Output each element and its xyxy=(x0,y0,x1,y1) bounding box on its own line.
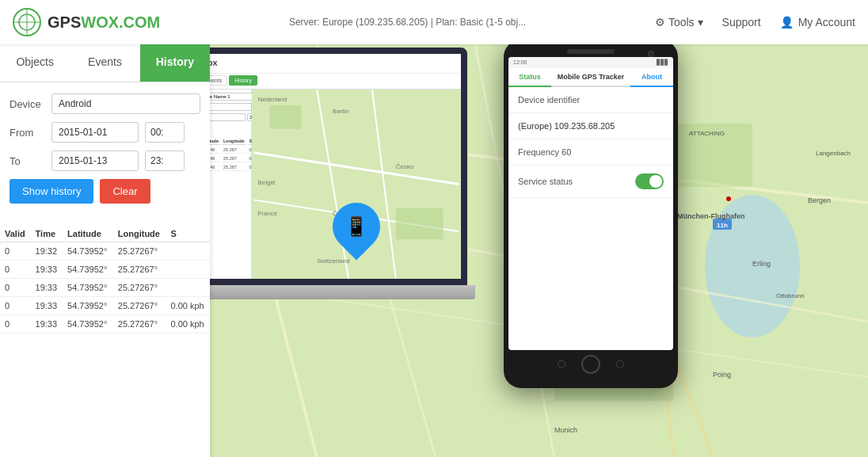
server-info: Server: Europe (109.235.68.205) | Plan: … xyxy=(160,17,655,28)
svg-text:Erling: Erling xyxy=(752,260,771,268)
tools-label: Tools xyxy=(668,16,695,29)
phone-speaker xyxy=(567,49,615,54)
table-header-row: Valid Time Latitude Longitude S xyxy=(0,226,210,242)
chevron-down-icon: ▾ xyxy=(698,16,703,29)
phone-service-toggle[interactable] xyxy=(635,173,664,189)
table-cell: 54.73952° xyxy=(63,297,113,315)
svg-text:Munich: Munich xyxy=(554,426,577,434)
account-menu[interactable]: 👤 My Account xyxy=(780,16,855,29)
phone-back-btn[interactable] xyxy=(558,360,565,368)
from-row: From xyxy=(10,122,200,143)
phone-screen: 12:00 ▊▊▊ Status Mobile GPS Tracker Abou… xyxy=(508,57,673,350)
table-cell xyxy=(166,279,210,297)
logo-icon xyxy=(13,8,41,36)
logo-text: GPSWOX.COM xyxy=(48,13,160,32)
svg-text:München-Flughafen: München-Flughafen xyxy=(677,212,745,220)
table-cell: 25.27267° xyxy=(113,279,166,297)
support-link[interactable]: Support xyxy=(722,16,761,29)
show-history-button[interactable]: Show history xyxy=(10,179,93,204)
logo-bold: WOX.COM xyxy=(81,13,160,31)
tab-objects[interactable]: Objects xyxy=(0,44,70,82)
col-time: Time xyxy=(31,226,63,242)
col-valid: Valid xyxy=(0,226,31,242)
table-row: 019:3354.73952°25.27267° xyxy=(0,261,210,279)
table-cell: 25.27267° xyxy=(113,261,166,279)
person-icon: 👤 xyxy=(780,16,794,29)
header-right: ⚙ Tools ▾ Support 👤 My Account xyxy=(655,16,855,29)
col-lat: Latitude xyxy=(63,226,113,242)
svg-text:Berlin: Berlin xyxy=(333,108,348,115)
tools-icon: ⚙ xyxy=(655,16,665,29)
history-table: Valid Time Latitude Longitude S 019:3254… xyxy=(0,226,210,333)
phone-camera xyxy=(648,51,654,57)
table-cell xyxy=(166,242,210,261)
tab-history[interactable]: History xyxy=(140,44,210,82)
table-cell: 0.00 kph xyxy=(166,315,210,333)
phone-status-bar: 12:00 ▊▊▊ xyxy=(508,57,673,68)
phone-tab-status[interactable]: Status xyxy=(508,68,551,87)
table-row: 019:3354.73952°25.27267°0.00 kph xyxy=(0,297,210,315)
phone-body: 12:00 ▊▊▊ Status Mobile GPS Tracker Abou… xyxy=(504,40,678,388)
phone-frequency-label: Frequency 60 xyxy=(518,147,571,157)
table-cell: 19:33 xyxy=(31,261,63,279)
phone-server-value: (Europe) 109.235.68.205 xyxy=(518,121,615,131)
table-cell: 19:33 xyxy=(31,279,63,297)
phone-mockup: 12:00 ▊▊▊ Status Mobile GPS Tracker Abou… xyxy=(504,40,678,388)
svg-text:België: België xyxy=(258,179,276,186)
laptop-tab-history[interactable]: History xyxy=(229,75,257,86)
table-cell: 19:33 xyxy=(31,297,63,315)
phone-home-btn[interactable] xyxy=(581,355,600,374)
svg-rect-52 xyxy=(269,105,301,129)
device-label: Device xyxy=(10,98,45,110)
table-cell: 19:32 xyxy=(31,242,63,261)
svg-text:Langenbach: Langenbach xyxy=(816,150,851,157)
svg-text:Switzerland: Switzerland xyxy=(317,257,349,265)
clear-button[interactable]: Clear xyxy=(100,179,150,204)
svg-text:France: France xyxy=(258,210,278,217)
toggle-knob xyxy=(649,175,662,188)
table-row: 019:3354.73952°25.27267°0.00 kph xyxy=(0,315,210,333)
header: GPSWOX.COM Server: Europe (109.235.68.20… xyxy=(0,0,868,44)
table-row: 019:3354.73952°25.27267° xyxy=(0,279,210,297)
table-cell: 54.73952° xyxy=(63,261,113,279)
tab-bar: Objects Events History xyxy=(0,44,210,82)
svg-text:Česko: Česko xyxy=(396,163,414,170)
tools-menu[interactable]: ⚙ Tools ▾ xyxy=(655,16,703,29)
svg-text:Poing: Poing xyxy=(713,371,731,379)
table-cell: 54.73952° xyxy=(63,279,113,297)
phone-menu-btn[interactable] xyxy=(616,360,624,368)
phone-tab-about[interactable]: About xyxy=(630,68,673,87)
phone-nav-tabs: Status Mobile GPS Tracker About xyxy=(508,68,673,87)
button-row: Show history Clear xyxy=(10,179,200,204)
tab-events[interactable]: Events xyxy=(70,44,139,82)
left-panel: Objects Events History Device From To Sh… xyxy=(0,44,210,457)
table-cell: 54.73952° xyxy=(63,242,113,261)
from-date-input[interactable] xyxy=(51,122,139,143)
phone-signal: ▊▊▊ xyxy=(657,59,668,66)
from-time-input[interactable] xyxy=(145,122,185,143)
pin-shape: 📱 xyxy=(323,193,390,261)
table-cell: 54.73952° xyxy=(63,315,113,333)
to-label: To xyxy=(10,155,45,167)
account-label: My Account xyxy=(798,16,855,29)
device-input[interactable] xyxy=(51,93,200,114)
phone-frequency-row: Frequency 60 xyxy=(508,139,673,166)
phone-service-label: Service status xyxy=(518,177,573,186)
svg-text:ATTACHING: ATTACHING xyxy=(689,130,725,137)
phone-time: 12:00 xyxy=(513,59,527,66)
history-form: Device From To Show history Clear xyxy=(0,82,210,226)
table-cell: 0 xyxy=(0,279,31,297)
table-cell: 0 xyxy=(0,261,31,279)
to-date-input[interactable] xyxy=(51,150,139,171)
table-cell: 25.27267° xyxy=(113,242,166,261)
table-cell: 0 xyxy=(0,315,31,333)
phone-bottom-bar xyxy=(508,355,673,374)
svg-rect-53 xyxy=(396,208,444,239)
phone-service-row: Service status xyxy=(508,166,673,198)
to-time-input[interactable] xyxy=(145,150,185,171)
table-cell: 25.27267° xyxy=(113,297,166,315)
svg-text:Nederland: Nederland xyxy=(258,96,287,103)
table-cell xyxy=(166,261,210,279)
col-lon: Longitude xyxy=(113,226,166,242)
map-pin: 📱 xyxy=(333,203,380,255)
